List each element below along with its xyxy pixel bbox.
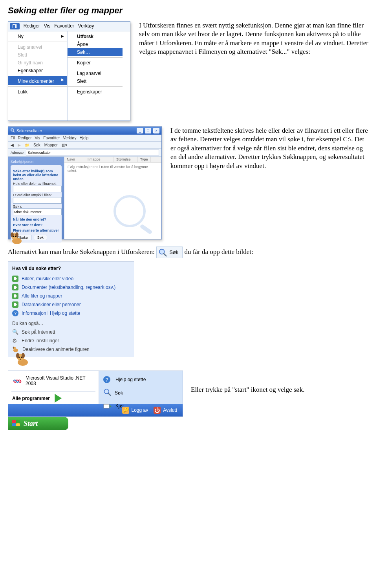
intro-paragraph: I Utforskeren finnes en svært nyttig søk… (139, 21, 369, 57)
col-storrelse[interactable]: Størrelse (114, 157, 138, 162)
panel-item-internet[interactable]: 🔍 Søk på Internett (12, 328, 130, 336)
toolbar-search-button[interactable]: Søk (156, 247, 183, 258)
panel-item-computers[interactable]: Datamaskiner eller personer (12, 300, 130, 309)
ctx-slett[interactable]: Slett (68, 77, 123, 85)
search-results-icon (10, 128, 15, 133)
side-title: Søkehjelperen (11, 160, 62, 164)
alternate-line: Alternativt kan man bruke Søkeknappen i … (8, 247, 369, 258)
col-mappe[interactable]: I mappe (85, 157, 114, 162)
svg-point-7 (15, 236, 16, 237)
menu-item-lag-snarvei: Lag snarvei (8, 42, 67, 51)
panel-item-label: Datamaskiner eller personer (22, 302, 81, 307)
search-icon (103, 388, 112, 397)
menu-item-egenskaper[interactable]: Egenskaper (8, 67, 67, 75)
panel-item-docs[interactable]: Dokumenter (tekstbehandling, regneark os… (12, 283, 130, 292)
svg-point-19 (20, 359, 21, 360)
sr-menu-rediger[interactable]: Rediger (18, 136, 32, 140)
arrow-icon (12, 293, 18, 299)
minimize-icon[interactable]: _ (137, 128, 143, 133)
menu-item-mine-dokumenter[interactable]: Mine dokumenter (8, 76, 67, 85)
start-item-label: Hjelp og støtte (115, 377, 146, 382)
input-filename[interactable] (13, 186, 62, 192)
visual-studio-icon (12, 377, 22, 385)
shutdown-icon: ⏻ (154, 407, 161, 414)
start-item-all-programs[interactable]: Alle programmer (11, 391, 95, 405)
help-icon: ? (12, 310, 18, 316)
menu-rediger[interactable]: Rediger (24, 23, 40, 29)
ctx-lag-snarvei[interactable]: Lag snarvei (68, 68, 123, 77)
arrow-icon (12, 301, 18, 308)
panel-item-label: Bilder, musikk eller video (22, 276, 73, 281)
address-label: Adresse (11, 151, 24, 155)
sr-menu-favoritter[interactable]: Favoritter (43, 136, 60, 140)
svg-point-12 (13, 347, 15, 349)
col-navn[interactable]: Navn (64, 157, 85, 162)
start-menu-snippet: Microsoft Visual Studio .NET 2003 Alle p… (8, 371, 183, 417)
close-icon[interactable]: × (153, 128, 159, 133)
last-line: Eller trykke på "start" ikonet og velge … (191, 385, 369, 394)
start-button[interactable]: Start (8, 417, 68, 430)
svg-point-16 (22, 353, 25, 358)
toolbar-folders[interactable]: Mapper (44, 143, 58, 147)
window-controls[interactable]: _ □ × (136, 128, 159, 133)
menu-item-lukk[interactable]: Lukk (8, 86, 67, 96)
opt-size[interactable]: Hvor stor er den? (13, 223, 59, 227)
sr-menu-hjelp[interactable]: Hjelp (79, 136, 88, 140)
logoff-icon: 🔑 (122, 407, 129, 414)
svg-point-18 (21, 357, 22, 358)
footer-shutdown[interactable]: ⏻ Avslutt (154, 407, 177, 414)
maximize-icon[interactable]: □ (145, 128, 151, 133)
panel-item-settings[interactable]: ⚙ Endre innstillinger (12, 336, 130, 345)
ctx-kopier[interactable]: Kopier (68, 57, 123, 67)
panel-item-label: Endre innstillinger (22, 338, 59, 343)
sr-menubar: Fil Rediger Vis Favoritter Verktøy Hjelp (8, 135, 161, 142)
start-item-search[interactable]: Søk (102, 386, 179, 400)
input-phrase[interactable] (13, 197, 62, 204)
col-type[interactable]: Type (138, 157, 151, 162)
views-icon[interactable]: ▥▾ (62, 143, 67, 147)
menu-fil[interactable]: Fil (10, 23, 20, 29)
toolbar-search[interactable]: Søk (33, 143, 40, 147)
lbl-filename: Hele eller deler av filnavnet: (13, 182, 59, 186)
search-button-label: Søk (169, 249, 178, 256)
sr-menu-vis[interactable]: Vis (35, 136, 40, 140)
sr-menu-verktoy[interactable]: Verktøy (63, 136, 77, 140)
file-menu-col1: Ny Lag snarvei Slett Gi nytt navn Egensk… (8, 31, 68, 121)
panel-item-label: Alle filer og mapper (22, 293, 62, 299)
panel-item-helpinfo[interactable]: ? Informasjon i Hjelp og støtte (12, 309, 130, 318)
fwd-arrow-icon[interactable]: ▶ (18, 143, 21, 147)
ctx-egenskaper[interactable]: Egenskaper (68, 86, 123, 96)
arrow-icon (12, 284, 18, 290)
all-programs-arrow-icon (53, 394, 62, 403)
ctx-sok[interactable]: Søk… (68, 48, 123, 56)
panel-item-allfiles[interactable]: Alle filer og mapper (12, 292, 130, 300)
ctx-utforsk[interactable]: Utforsk (68, 33, 123, 40)
you-can-also: Du kan også… (12, 321, 130, 326)
menu-item-gi-nytt-navn: Gi nytt navn (8, 59, 67, 67)
sr-menu-fil[interactable]: Fil (11, 136, 15, 140)
menu-verktoy[interactable]: Verktøy (78, 23, 94, 29)
opt-when[interactable]: Når ble den endret? (13, 217, 59, 221)
menu-item-ny[interactable]: Ny (8, 33, 67, 40)
svg-text:?: ? (105, 377, 108, 383)
svg-point-0 (11, 129, 13, 131)
svg-line-1 (13, 131, 15, 133)
up-icon[interactable]: 📁 (25, 143, 29, 147)
start-item-help[interactable]: ? Hjelp og støtte (102, 373, 179, 386)
menubar: Fil Rediger Vis Favoritter Verktøy (8, 22, 130, 31)
panel-item-media[interactable]: Bilder, musikk eller video (12, 274, 130, 283)
footer-logoff[interactable]: 🔑 Logg av (122, 407, 148, 414)
panel-item-label: Informasjon i Hjelp og støtte (22, 310, 80, 316)
menu-vis[interactable]: Vis (44, 23, 50, 29)
search-button[interactable]: Søk (34, 235, 47, 240)
menu-favoritter[interactable]: Favoritter (54, 23, 74, 29)
address-input[interactable] (26, 150, 159, 155)
start-item-vs[interactable]: Microsoft Visual Studio .NET 2003 (11, 373, 95, 389)
back-arrow-icon[interactable]: ◀ (11, 143, 14, 147)
svg-rect-24 (104, 404, 109, 408)
page-title: Søking etter filer og mapper (8, 5, 369, 16)
globe-icon: 🔍 (12, 329, 18, 335)
ctx-apne[interactable]: Åpne (68, 40, 123, 48)
search-results-window: Søkeresultater _ □ × Fil Rediger Vis Fav… (8, 126, 162, 239)
input-lookin[interactable] (13, 208, 62, 215)
